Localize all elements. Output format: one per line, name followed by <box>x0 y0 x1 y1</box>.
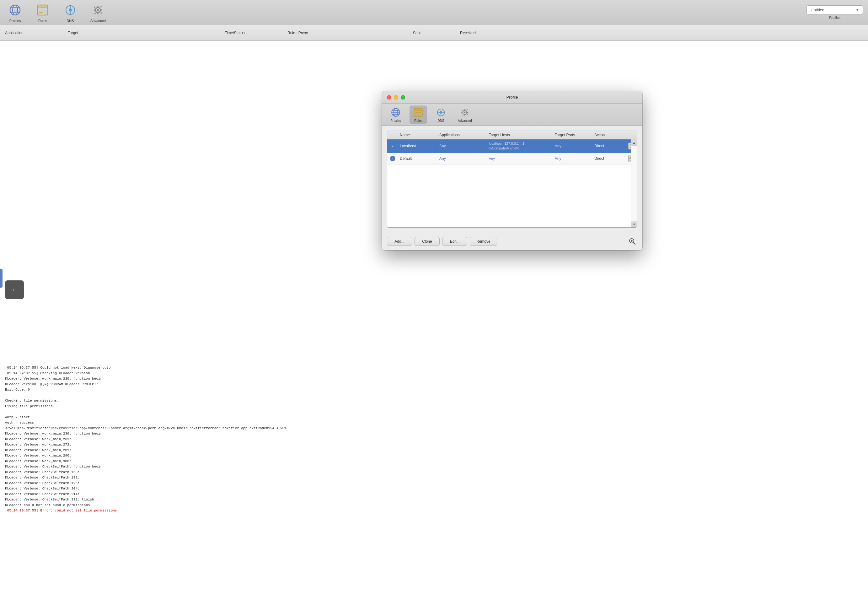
close-button[interactable] <box>387 95 391 100</box>
row2-ports: Any <box>555 156 594 161</box>
advanced-label: Advanced <box>90 19 106 23</box>
row1-ports: Any <box>555 144 594 148</box>
log-line-19: KLoader: Verbose: CheckSelfPath,158: <box>5 470 863 475</box>
log-line-11: </Volumes/ProxifierforMac/Proxifier.app/… <box>5 426 863 431</box>
modal-dns-button[interactable]: DNS <box>432 106 450 124</box>
row1-action-text: Direct <box>594 144 604 148</box>
table-row[interactable]: ✓ Default Any Any Any Direct ▲ ▼ <box>387 153 637 165</box>
log-line-22: KLoader: Verbose: CheckSelfPath,204: <box>5 486 863 491</box>
modal-advanced-icon <box>459 107 470 118</box>
col-rule-proxy: Rule : Proxy <box>287 31 413 35</box>
dropdown-arrow-icon: ▼ <box>856 8 859 12</box>
dns-label: DNS <box>67 19 74 23</box>
left-indicator <box>0 269 3 288</box>
scroll-down-button[interactable]: ▼ <box>631 221 637 227</box>
toolbar-advanced-button[interactable]: Advanced <box>88 1 108 24</box>
svg-point-15 <box>97 9 99 11</box>
log-area: [05.14 09:37:55] Could not load kext. Di… <box>0 360 868 611</box>
col-applications: Applications <box>439 133 489 137</box>
log-line-4: Exit_Code: 0 <box>5 387 863 392</box>
col-target-hosts: Target Hosts <box>489 133 555 137</box>
col-rule-name: Name <box>400 133 439 137</box>
log-line-13: KLoader: Verbose: work_main,263: <box>5 437 863 442</box>
proxies-label: Proxies <box>9 19 21 23</box>
row1-apps: Any <box>439 144 489 148</box>
rules-label: Rules <box>38 19 47 23</box>
scroll-track <box>631 146 637 221</box>
modal-advanced-button[interactable]: Advanced <box>455 106 475 124</box>
col-target-ports: Target Ports <box>555 133 594 137</box>
log-line-3: KLoader version: @(#)PROGRAM:KLoader PRO… <box>5 382 863 387</box>
row2-action-text: Direct <box>594 156 604 161</box>
log-line-7: Fixing file permissions. <box>5 404 863 409</box>
main-toolbar: Proxies Rules <box>0 0 868 25</box>
svg-line-33 <box>634 243 636 244</box>
profile-dropdown[interactable]: Untitled ▼ <box>806 5 863 14</box>
svg-rect-9 <box>38 5 48 8</box>
back-button[interactable]: ← <box>5 280 24 299</box>
log-line-20: KLoader: Verbose: CheckSelfPath,181: <box>5 475 863 480</box>
scroll-up-button[interactable]: ▲ <box>631 139 637 146</box>
proxies-icon <box>8 3 23 17</box>
col-time-status: Time/Status <box>225 31 287 35</box>
modal-dns-icon <box>435 107 446 118</box>
edit-button[interactable]: Edit... <box>442 237 467 246</box>
profile-name: Untitled <box>811 8 825 12</box>
svg-rect-25 <box>414 108 422 110</box>
col-application: Application <box>5 31 68 35</box>
minimize-button[interactable] <box>394 95 398 100</box>
modal-rules-icon <box>413 107 424 118</box>
col-check <box>391 133 400 137</box>
modal-rules-button[interactable]: Rules <box>409 106 427 124</box>
log-line-21: KLoader: Verbose: CheckSelfPath,195: <box>5 481 863 486</box>
row1-name: Localhost <box>400 144 439 148</box>
log-line-23: KLoader: Verbose: CheckSelfPath,214: <box>5 492 863 497</box>
clone-button[interactable]: Clone <box>415 237 440 246</box>
toolbar-rules-button[interactable]: Rules <box>33 1 53 24</box>
remove-button[interactable]: Remove <box>470 237 497 246</box>
modal-proxies-label: Proxies <box>391 119 401 123</box>
dns-icon <box>63 3 78 17</box>
modal-proxies-icon <box>390 107 401 118</box>
col-action: Action <box>594 133 634 137</box>
col-target: Target <box>68 31 225 35</box>
toolbar-dns-button[interactable]: DNS <box>60 1 81 24</box>
row1-hosts: localhost; 127.0.0.1; ::1;%ComputerName% <box>489 141 555 151</box>
log-line-1: [05.14 09:37:55] Checking KLoader versio… <box>5 371 863 376</box>
rules-table-body: ✓ Localhost Any localhost; 127.0.0.1; ::… <box>387 139 637 227</box>
add-button[interactable]: Add... <box>387 237 412 246</box>
log-line-18: KLoader: Verbose: CheckSelfPath: functio… <box>5 464 863 470</box>
log-line-26: [05.14 09:37:55] Error: could not set fi… <box>5 508 863 513</box>
app-window: Proxies Rules <box>0 0 868 611</box>
row2-action: Direct ▲ ▼ <box>594 155 634 162</box>
log-line-17: KLoader: Verbose: work_main,308: <box>5 459 863 464</box>
row2-hosts: Any <box>489 156 555 161</box>
row2-apps: Any <box>439 156 489 161</box>
modal-rules-label: Rules <box>414 119 422 123</box>
log-line-6: Checking file permissions. <box>5 398 863 403</box>
rules-icon <box>35 3 50 17</box>
modal-toolbar: Proxies Rules <box>382 104 642 126</box>
log-line-24: KLoader: Verbose: CheckSelfPath,231: fin… <box>5 497 863 502</box>
log-line-10: Auth - success <box>5 420 863 426</box>
row2-check: ✓ <box>391 156 400 161</box>
checkbox-localhost: ✓ <box>391 144 395 148</box>
toolbar-proxies-button[interactable]: Proxies <box>5 1 25 24</box>
rules-scrollbar[interactable]: ▲ ▼ <box>631 139 637 227</box>
modal-proxies-button[interactable]: Proxies <box>387 106 405 124</box>
log-line-5 <box>5 393 863 398</box>
rules-table-container: Name Applications Target Hosts Target Po… <box>387 131 637 228</box>
col-received: Received <box>460 31 523 35</box>
modal-titlebar: Profile <box>382 91 642 104</box>
log-line-2: KLoader: Verbose: work_main,239: functio… <box>5 376 863 381</box>
profile-modal: Profile Proxies <box>382 91 642 250</box>
zoom-icon[interactable] <box>627 236 637 246</box>
maximize-button[interactable] <box>401 95 405 100</box>
window-controls <box>387 95 405 100</box>
main-table-header: Application Target Time/Status Rule : Pr… <box>0 25 868 41</box>
row1-action: Direct ▲ ▼ <box>594 143 634 149</box>
advanced-icon <box>90 3 105 17</box>
log-line-0: [05.14 09:37:55] Could not load kext. Di… <box>5 365 863 370</box>
table-row[interactable]: ✓ Localhost Any localhost; 127.0.0.1; ::… <box>387 139 637 153</box>
modal-advanced-label: Advanced <box>458 119 472 123</box>
